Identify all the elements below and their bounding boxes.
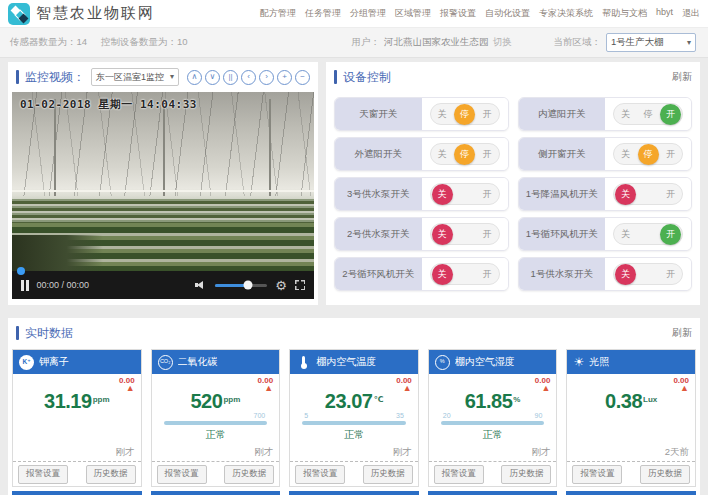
switch-state-active[interactable]: 关 xyxy=(432,224,453,245)
switch-state-active[interactable]: 开 xyxy=(660,224,681,245)
switch-state[interactable]: 关 xyxy=(621,110,630,119)
video-panel-header: 监控视频： 东一区温室1监控 ▾ ∧∨||‹›+− xyxy=(8,62,318,92)
status-label: 正常 xyxy=(152,428,280,442)
menu-item[interactable]: 任务管理 xyxy=(305,7,341,20)
device-control-title: 设备控制 xyxy=(343,69,391,86)
switch-state[interactable]: 开 xyxy=(483,150,492,159)
history-data-button[interactable]: 历史数据 xyxy=(224,465,274,484)
switch-state[interactable]: 开 xyxy=(483,110,492,119)
camera-select[interactable]: 东一区温室1监控 ▾ xyxy=(91,68,179,86)
device-switch-row: 1号降温风机开关关开 xyxy=(518,177,693,211)
ptz-pan-down-button[interactable]: ∨ xyxy=(205,70,220,85)
switch-state-active[interactable]: 关 xyxy=(432,264,453,285)
sensor-card-body: 0.00▲31.19ppm刚才 xyxy=(13,374,141,461)
range-bar xyxy=(441,421,545,425)
history-data-button[interactable]: 历史数据 xyxy=(86,465,136,484)
switch-user-link[interactable]: 切换 xyxy=(493,36,512,49)
toggle-switch[interactable]: 关开 xyxy=(430,263,500,285)
switch-state[interactable]: 开 xyxy=(483,270,492,279)
device-refresh-link[interactable]: 刷新 xyxy=(672,70,692,84)
next-card-peek xyxy=(12,491,142,495)
switch-state-active[interactable]: 关 xyxy=(432,184,453,205)
switch-state-active[interactable]: 停 xyxy=(454,144,475,165)
switch-state[interactable]: 开 xyxy=(666,150,675,159)
sensor-card-footer: 报警设置历史数据 xyxy=(290,461,418,486)
toggle-switch[interactable]: 关开 xyxy=(430,223,500,245)
seek-position-dot[interactable] xyxy=(17,267,25,275)
sensor-card-footer: 报警设置历史数据 xyxy=(567,461,695,486)
video-player[interactable]: 01-02-2018 星期一 14:04:33 00:00 / 00:00 ⚙ xyxy=(12,92,314,299)
menu-item[interactable]: 报警设置 xyxy=(440,7,476,20)
ptz-pan-left-button[interactable]: ‹ xyxy=(241,70,256,85)
switch-state[interactable]: 关 xyxy=(438,110,447,119)
toggle-switch[interactable]: 关停开 xyxy=(613,103,683,125)
menu-item[interactable]: 分组管理 xyxy=(350,7,386,20)
switch-state[interactable]: 关 xyxy=(621,150,630,159)
menu-item[interactable]: 区域管理 xyxy=(395,7,431,20)
ptz-pause-button[interactable]: || xyxy=(223,70,238,85)
arrow-up-icon: ▲ xyxy=(126,384,135,393)
sensor-card: CO₂二氧化碳0.00▲520ppm700正常刚才报警设置历史数据 xyxy=(151,349,281,487)
toggle-switch[interactable]: 关开 xyxy=(613,223,683,245)
device-switch-label: 外遮阳开关 xyxy=(335,138,422,170)
fullscreen-icon[interactable] xyxy=(295,280,305,290)
history-data-button[interactable]: 历史数据 xyxy=(363,465,413,484)
switch-state-active[interactable]: 开 xyxy=(660,104,681,125)
switch-state[interactable]: 开 xyxy=(666,270,675,279)
realtime-refresh-link[interactable]: 刷新 xyxy=(672,326,692,340)
menu-item[interactable]: 帮助与文档 xyxy=(602,7,647,20)
history-data-button[interactable]: 历史数据 xyxy=(501,465,551,484)
alarm-settings-button[interactable]: 报警设置 xyxy=(18,465,68,484)
device-switch-row: 外遮阳开关关停开 xyxy=(334,137,509,171)
sensor-card-header: CO₂二氧化碳 xyxy=(152,350,280,374)
toggle-switch[interactable]: 关停开 xyxy=(430,103,500,125)
menu-item[interactable]: hbyt xyxy=(656,7,673,20)
sensor-card-title: 光照 xyxy=(589,355,609,369)
sensor-card-title: 棚内空气湿度 xyxy=(455,355,515,369)
switch-state-active[interactable]: 关 xyxy=(615,264,636,285)
region-select[interactable]: 1号生产大棚 ▾ xyxy=(606,33,696,52)
toggle-switch[interactable]: 关停开 xyxy=(613,143,683,165)
video-time: 00:00 / 00:00 xyxy=(37,280,90,290)
volume-slider[interactable] xyxy=(215,284,267,287)
switch-state[interactable]: 停 xyxy=(644,110,653,119)
switch-state-active[interactable]: 关 xyxy=(615,184,636,205)
switch-state[interactable]: 关 xyxy=(438,150,447,159)
ptz-zoom-in-button[interactable]: + xyxy=(277,70,292,85)
volume-knob[interactable] xyxy=(243,281,252,290)
switch-state[interactable]: 关 xyxy=(621,230,630,239)
sensor-card-header: K⁺钾离子 xyxy=(13,350,141,374)
history-data-button[interactable]: 历史数据 xyxy=(640,465,690,484)
greenhouse-post xyxy=(163,99,165,196)
alarm-settings-button[interactable]: 报警设置 xyxy=(434,465,484,484)
ptz-pan-up-button[interactable]: ∧ xyxy=(187,70,202,85)
switch-state[interactable]: 开 xyxy=(666,190,675,199)
menu-item[interactable]: 配方管理 xyxy=(260,7,296,20)
device-switch-label: 1号降温风机开关 xyxy=(519,178,606,210)
arrow-up-icon: ▲ xyxy=(264,384,273,393)
ptz-pan-right-button[interactable]: › xyxy=(259,70,274,85)
toggle-switch[interactable]: 关开 xyxy=(613,183,683,205)
toggle-switch[interactable]: 关停开 xyxy=(430,143,500,165)
menu-item[interactable]: 自动化设置 xyxy=(485,7,530,20)
switch-state[interactable]: 开 xyxy=(483,230,492,239)
switch-state-active[interactable]: 停 xyxy=(638,144,659,165)
menu-item[interactable]: 退出 xyxy=(682,7,700,20)
humidity-icon: % xyxy=(435,355,450,370)
alarm-settings-button[interactable]: 报警设置 xyxy=(295,465,345,484)
toggle-switch[interactable]: 关开 xyxy=(430,183,500,205)
device-switch-label: 内遮阳开关 xyxy=(519,98,606,130)
switch-state-active[interactable]: 停 xyxy=(454,104,475,125)
settings-gear-icon[interactable]: ⚙ xyxy=(275,279,287,292)
toggle-switch[interactable]: 关开 xyxy=(613,263,683,285)
pause-button[interactable] xyxy=(21,280,29,291)
sensor-value-number: 23.07 xyxy=(325,390,373,412)
ptz-zoom-out-button[interactable]: − xyxy=(295,70,310,85)
realtime-panel: 实时数据 刷新 K⁺钾离子0.00▲31.19ppm刚才报警设置历史数据CO₂二… xyxy=(8,318,700,495)
alarm-settings-button[interactable]: 报警设置 xyxy=(572,465,622,484)
menu-item[interactable]: 专家决策系统 xyxy=(539,7,593,20)
range-min: 5 xyxy=(304,412,308,420)
alarm-settings-button[interactable]: 报警设置 xyxy=(157,465,207,484)
volume-icon[interactable] xyxy=(195,280,207,291)
switch-state[interactable]: 开 xyxy=(483,190,492,199)
